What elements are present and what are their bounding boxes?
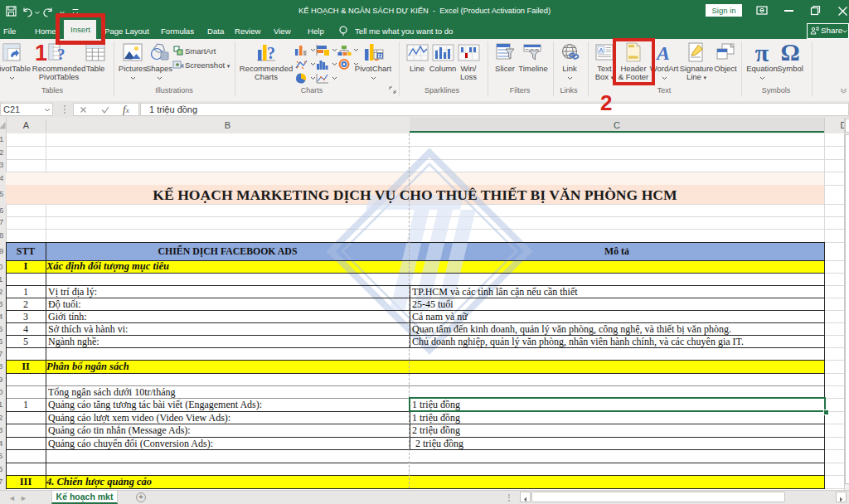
svg-text:?: ? [267, 44, 275, 62]
svg-text:A: A [599, 46, 604, 54]
svg-text:?: ? [57, 46, 65, 62]
svg-text:A: A [655, 42, 670, 62]
